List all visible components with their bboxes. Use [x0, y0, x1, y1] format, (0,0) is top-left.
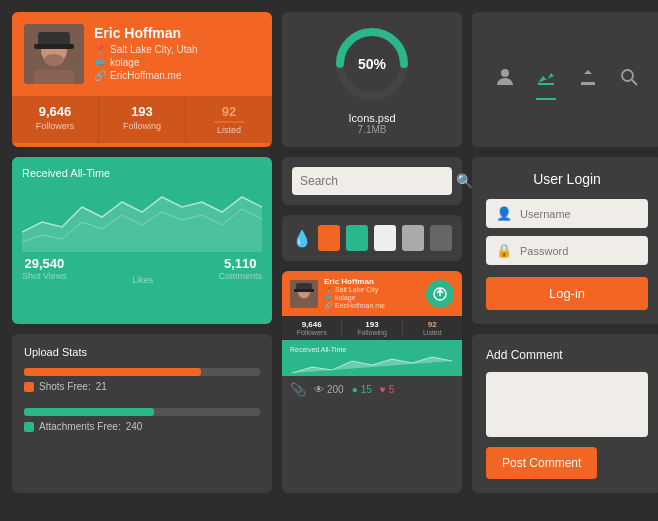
avatar — [24, 24, 84, 84]
username-input[interactable] — [520, 208, 658, 220]
following-stat: 193 Following — [99, 96, 186, 143]
swatch-gray — [402, 225, 424, 251]
analytics-title: Received All-Time — [22, 167, 262, 179]
nav-chart-icon[interactable] — [532, 63, 560, 96]
shot-views-count: 29,540 — [22, 256, 67, 271]
icon-nav — [472, 12, 658, 147]
search-card: 🔍 — [282, 157, 462, 205]
twitter-icon: 🐦 — [94, 57, 106, 68]
followers-label: Followers — [16, 121, 94, 131]
search-input-wrap[interactable]: 🔍 — [292, 167, 452, 195]
svg-rect-3 — [34, 44, 74, 49]
likes-count: 12,000 — [123, 256, 163, 271]
analytics-stats: 29,540 Shot Views 12,000 Likes 5,110 Com… — [22, 256, 262, 285]
likes-stat: 12,000 Likes — [123, 256, 163, 285]
upload-card: Upload Stats Shots Free: 21 Attachments … — [12, 334, 272, 493]
nav-search-icon[interactable] — [615, 63, 643, 96]
following-count: 193 — [103, 104, 181, 119]
swatch-orange — [318, 225, 340, 251]
following-label: Following — [103, 121, 181, 131]
profile-twitter: 🐦 kolage — [94, 57, 260, 68]
svg-line-11 — [632, 80, 637, 85]
mini-preview-footer: 📎 👁 200 ● 15 ♥ 5 — [282, 376, 462, 403]
password-input[interactable] — [520, 245, 658, 257]
listed-label: Listed — [190, 125, 268, 135]
palette-card: 💧 — [282, 215, 462, 261]
followers-count: 9,646 — [16, 104, 94, 119]
profile-stats: 9,646 Followers 193 Following 92 Listed — [12, 96, 272, 143]
location-icon: 📍 — [94, 44, 106, 55]
comment-textarea[interactable] — [486, 372, 648, 437]
profile-name: Eric Hoffman — [94, 25, 260, 41]
nav-person-icon[interactable] — [491, 63, 519, 96]
swatch-green — [346, 225, 368, 251]
user-icon: 👤 — [496, 206, 512, 221]
post-comment-button[interactable]: Post Comment — [486, 447, 597, 479]
search-icon: 🔍 — [456, 173, 473, 189]
shots-dot — [24, 382, 34, 392]
comments-stat: 5,110 Comments — [218, 256, 262, 285]
svg-point-8 — [501, 69, 509, 77]
attachment-icon: 📎 — [290, 382, 306, 397]
upload-title: Upload Stats — [24, 346, 260, 358]
shot-views-stat: 29,540 Shot Views — [22, 256, 67, 285]
mini-preview-card: Eric Hoffman 📍 Salt Lake City 🐦 kolage 🔗… — [282, 271, 462, 493]
svg-rect-9 — [538, 83, 554, 85]
profile-card: Eric Hoffman 📍 Salt Lake City, Utah 🐦 ko… — [12, 12, 272, 147]
login-card: User Login 👤 🔒 Log-in — [472, 157, 658, 324]
lock-icon: 🔒 — [496, 243, 512, 258]
swatch-white — [374, 225, 396, 251]
analytics-card: Received All-Time 29,540 Shot Views 12,0… — [12, 157, 272, 324]
progress-ring: 50% — [332, 24, 412, 104]
followers-stat: 9,646 Followers — [12, 96, 99, 143]
password-wrap[interactable]: 🔒 — [486, 236, 648, 265]
login-button[interactable]: Log-in — [486, 277, 648, 310]
hearts-badge: ♥ 5 — [380, 384, 395, 395]
svg-point-4 — [44, 54, 64, 66]
swatch-dark — [430, 225, 452, 251]
search-input[interactable] — [300, 174, 450, 188]
svg-rect-15 — [294, 289, 314, 292]
attachments-bar — [24, 408, 154, 416]
svg-point-10 — [622, 70, 633, 81]
svg-rect-5 — [34, 70, 74, 84]
username-wrap[interactable]: 👤 — [486, 199, 648, 228]
dropper-icon: 💧 — [292, 229, 312, 248]
nav-upload-icon[interactable] — [574, 63, 602, 96]
comments-count: 5,110 — [218, 256, 262, 271]
link-icon: 🔗 — [94, 70, 106, 81]
file-name: Icons.psd — [348, 112, 395, 124]
listed-stat: 92 Listed — [186, 96, 272, 143]
shots-bar — [24, 368, 201, 376]
login-title: User Login — [486, 171, 648, 187]
file-size: 7.1MB — [358, 124, 387, 135]
views-badge: 👁 200 — [314, 384, 344, 395]
comment-card: Add Comment Post Comment — [472, 334, 658, 493]
profile-website: 🔗 EricHoffman.me — [94, 70, 260, 81]
likes-badge: ● 15 — [352, 384, 372, 395]
shot-views-label: Shot Views — [22, 271, 67, 281]
progress-card: 50% Icons.psd 7.1MB — [282, 12, 462, 147]
likes-label: Likes — [123, 275, 163, 285]
attachments-label: Attachments Free: 240 — [24, 421, 260, 432]
profile-location: 📍 Salt Lake City, Utah — [94, 44, 260, 55]
shots-label: Shots Free: 21 — [24, 381, 260, 392]
listed-count: 92 — [190, 104, 268, 119]
profile-info: Eric Hoffman 📍 Salt Lake City, Utah 🐦 ko… — [94, 25, 260, 83]
attachments-bar-container: Attachments Free: 240 — [24, 408, 260, 432]
comment-title: Add Comment — [486, 348, 648, 362]
attachments-dot — [24, 422, 34, 432]
progress-percent: 50% — [358, 56, 386, 72]
comments-label: Comments — [218, 271, 262, 281]
shots-bar-container: Shots Free: 21 — [24, 368, 260, 392]
